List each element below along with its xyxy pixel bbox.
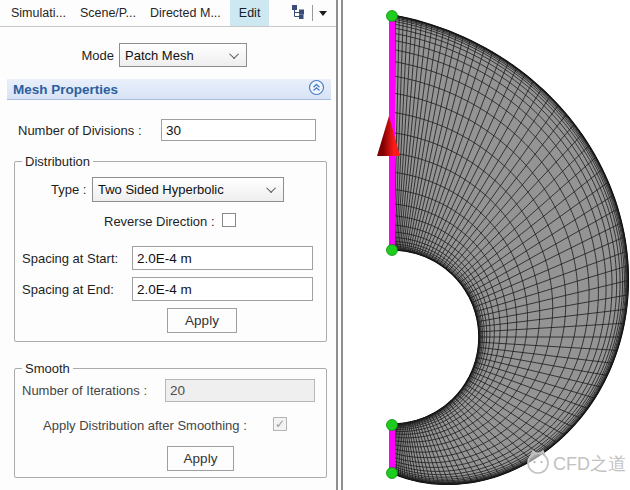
type-value: Two Sided Hyperbolic [98, 182, 224, 197]
type-label: Type : [51, 182, 86, 197]
edit-panel: Simulati... Scene/P... Directed M... Edi… [0, 0, 336, 490]
watermark: CFD之道 [528, 451, 626, 474]
divisions-label: Number of Divisions : [18, 123, 142, 138]
watermark-logo-icon [528, 451, 548, 473]
mesh-viewport[interactable]: CFD之道 [343, 0, 630, 490]
spacing-end-input[interactable] [132, 277, 313, 301]
spacing-start-label: Spacing at Start: [22, 251, 118, 266]
distribution-legend: Distribution [22, 154, 93, 169]
divisions-input[interactable] [161, 119, 316, 141]
iterations-input [165, 379, 315, 402]
mode-select[interactable]: Patch Mesh [119, 43, 247, 67]
toolbar-separator [312, 5, 313, 21]
apply-distribution-label: Apply Distribution after Smoothing : [43, 418, 247, 433]
distribution-group: Distribution Type : Two Sided Hyperbolic… [14, 161, 327, 342]
iterations-label: Number of Iterations : [22, 383, 147, 398]
smooth-legend: Smooth [22, 361, 73, 376]
dropdown-caret-icon[interactable] [319, 11, 327, 16]
mesh-cells [392, 15, 628, 484]
type-select[interactable]: Two Sided Hyperbolic [92, 177, 284, 202]
distribution-apply-button[interactable]: Apply [167, 308, 237, 333]
spacing-start-input[interactable] [132, 246, 313, 270]
directed-mesh-preview: CFD之道 [343, 0, 630, 490]
smooth-apply-button[interactable]: Apply [167, 446, 234, 471]
panel-tabbar: Simulati... Scene/P... Directed M... Edi… [0, 0, 336, 27]
reverse-direction-label: Reverse Direction : [104, 214, 215, 229]
collapse-section-icon[interactable] [308, 79, 325, 100]
reverse-direction-checkbox[interactable] [222, 213, 236, 227]
chevron-down-icon [229, 49, 239, 59]
directed-mesh-window: Simulati... Scene/P... Directed M... Edi… [0, 0, 630, 490]
apply-distribution-checkbox [273, 417, 287, 431]
vertex-marker [387, 420, 398, 431]
tab-simulation[interactable]: Simulati... [6, 1, 71, 25]
vertex-marker [387, 468, 398, 479]
vertex-marker [387, 245, 398, 256]
tree-hierarchy-icon[interactable] [291, 4, 306, 23]
tab-directed-mesh[interactable]: Directed M... [145, 1, 226, 25]
vertex-marker [387, 11, 398, 22]
tab-scene[interactable]: Scene/P... [75, 1, 141, 25]
section-title: Mesh Properties [13, 82, 118, 97]
chevron-down-icon [266, 183, 276, 193]
tabbar-icons [291, 4, 336, 23]
mode-value: Patch Mesh [125, 48, 194, 63]
mesh-properties-header[interactable]: Mesh Properties [7, 79, 331, 100]
spacing-end-label: Spacing at End: [22, 282, 114, 297]
watermark-text: CFD之道 [553, 454, 626, 474]
mode-label: Mode [81, 48, 114, 63]
panel-border [336, 0, 338, 490]
smooth-group: Smooth Number of Iterations : Apply Dist… [14, 368, 327, 478]
tab-edit[interactable]: Edit [230, 0, 270, 26]
